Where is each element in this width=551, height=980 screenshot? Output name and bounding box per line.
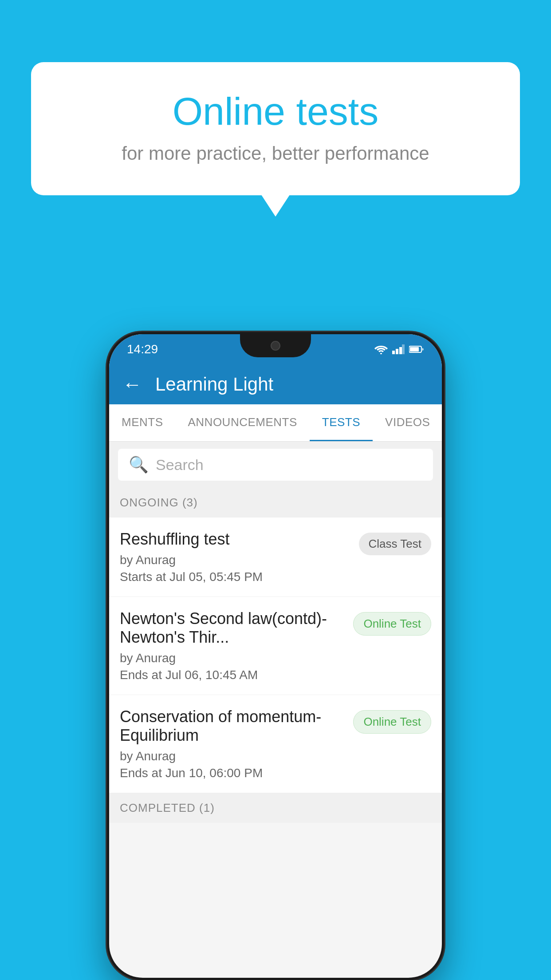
test-item-3[interactable]: Conservation of momentum-Equilibrium by … bbox=[109, 695, 442, 793]
test-info-2: Newton's Second law(contd)-Newton's Thir… bbox=[120, 609, 344, 682]
battery-icon bbox=[409, 345, 424, 353]
test-item-1[interactable]: Reshuffling test by Anurag Starts at Jul… bbox=[109, 518, 442, 597]
wifi-icon bbox=[374, 344, 388, 354]
test-time-3: Ends at Jun 10, 06:00 PM bbox=[120, 766, 344, 780]
ongoing-section-header: ONGOING (3) bbox=[109, 488, 442, 518]
bubble-title: Online tests bbox=[67, 89, 484, 134]
search-box[interactable]: 🔍 Search bbox=[118, 449, 433, 481]
ongoing-label: ONGOING (3) bbox=[120, 496, 198, 509]
search-section: 🔍 Search bbox=[109, 442, 442, 488]
completed-label: COMPLETED (1) bbox=[120, 801, 215, 814]
tab-tests[interactable]: TESTS bbox=[310, 404, 373, 441]
test-time-1: Starts at Jul 05, 05:45 PM bbox=[120, 570, 350, 584]
search-icon: 🔍 bbox=[129, 455, 149, 474]
search-placeholder: Search bbox=[156, 456, 204, 474]
svg-rect-1 bbox=[392, 351, 395, 354]
notch bbox=[240, 334, 311, 357]
test-list: Reshuffling test by Anurag Starts at Jul… bbox=[109, 518, 442, 793]
bubble-subtitle: for more practice, better performance bbox=[67, 143, 484, 164]
svg-rect-6 bbox=[410, 347, 419, 352]
camera-icon bbox=[271, 341, 280, 351]
test-item-2[interactable]: Newton's Second law(contd)-Newton's Thir… bbox=[109, 597, 442, 695]
phone-screen: 14:29 bbox=[109, 334, 442, 978]
speech-bubble: Online tests for more practice, better p… bbox=[31, 62, 520, 195]
test-name-3: Conservation of momentum-Equilibrium bbox=[120, 707, 344, 745]
test-author-1: by Anurag bbox=[120, 553, 350, 567]
phone-shell: 14:29 bbox=[107, 332, 444, 980]
test-time-2: Ends at Jul 06, 10:45 AM bbox=[120, 668, 344, 682]
status-icons bbox=[374, 344, 424, 354]
tab-announcements[interactable]: ANNOUNCEMENTS bbox=[176, 404, 310, 441]
back-button[interactable]: ← bbox=[122, 373, 142, 395]
tab-videos[interactable]: VIDEOS bbox=[373, 404, 442, 441]
status-bar: 14:29 bbox=[109, 334, 442, 364]
tab-ments[interactable]: MENTS bbox=[109, 404, 176, 441]
svg-point-0 bbox=[380, 353, 382, 354]
test-name-2: Newton's Second law(contd)-Newton's Thir… bbox=[120, 609, 344, 647]
test-name-1: Reshuffling test bbox=[120, 530, 350, 549]
svg-rect-3 bbox=[399, 347, 402, 354]
test-badge-1: Class Test bbox=[359, 533, 431, 555]
tabs-bar: MENTS ANNOUNCEMENTS TESTS VIDEOS bbox=[109, 404, 442, 442]
status-time: 14:29 bbox=[127, 342, 158, 356]
app-title: Learning Light bbox=[155, 374, 273, 395]
test-author-2: by Anurag bbox=[120, 651, 344, 665]
svg-rect-2 bbox=[396, 349, 398, 354]
completed-section-header: COMPLETED (1) bbox=[109, 793, 442, 823]
phone-device: 14:29 bbox=[107, 332, 444, 980]
test-info-3: Conservation of momentum-Equilibrium by … bbox=[120, 707, 344, 780]
test-info-1: Reshuffling test by Anurag Starts at Jul… bbox=[120, 530, 350, 584]
test-badge-3: Online Test bbox=[353, 710, 431, 734]
test-badge-2: Online Test bbox=[353, 612, 431, 636]
speech-bubble-container: Online tests for more practice, better p… bbox=[31, 62, 520, 195]
app-bar: ← Learning Light bbox=[109, 364, 442, 404]
signal-icon bbox=[392, 344, 405, 354]
svg-rect-4 bbox=[402, 344, 405, 354]
test-author-3: by Anurag bbox=[120, 749, 344, 763]
